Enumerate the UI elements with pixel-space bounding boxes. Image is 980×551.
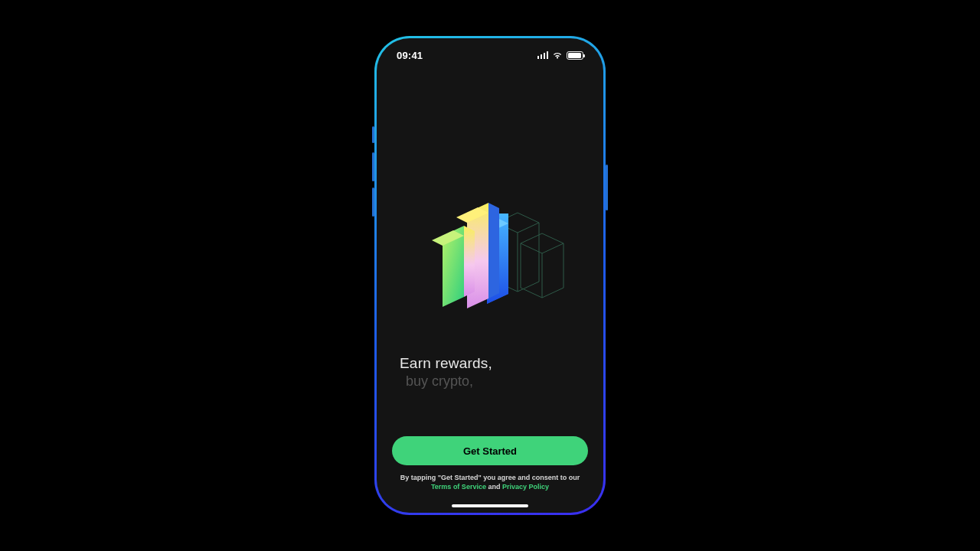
status-bar: 09:41	[377, 38, 603, 72]
side-button-volume-down	[372, 187, 374, 217]
battery-icon	[567, 51, 583, 60]
status-icons	[537, 51, 584, 60]
svg-marker-8	[488, 203, 499, 298]
status-time: 09:41	[397, 50, 423, 61]
headline-line-2: buy crypto,	[406, 373, 580, 390]
canvas: 09:41	[0, 0, 980, 551]
headline: Earn rewards, buy crypto,	[400, 355, 580, 390]
headline-line-1: Earn rewards,	[400, 355, 580, 372]
phone-frame: 09:41	[374, 36, 606, 515]
privacy-policy-link[interactable]: Privacy Policy	[502, 483, 549, 491]
legal-and: and	[486, 483, 502, 491]
get-started-button[interactable]: Get Started	[392, 436, 588, 465]
side-button-silence	[372, 126, 374, 143]
cellular-signal-icon	[537, 51, 549, 59]
home-indicator[interactable]	[452, 504, 528, 507]
wifi-icon	[552, 51, 563, 60]
svg-marker-11	[464, 226, 475, 297]
side-button-power	[606, 165, 608, 210]
phone-screen: 09:41	[377, 38, 603, 513]
bar-chart-icon	[413, 191, 567, 321]
legal-prefix: By tapping "Get Started" you agree and c…	[400, 474, 580, 481]
legal-text: By tapping "Get Started" you agree and c…	[392, 473, 588, 491]
terms-of-service-link[interactable]: Terms of Service	[431, 483, 486, 491]
side-button-volume-up	[372, 152, 374, 181]
hero-illustration	[377, 191, 603, 321]
get-started-label: Get Started	[463, 445, 517, 457]
